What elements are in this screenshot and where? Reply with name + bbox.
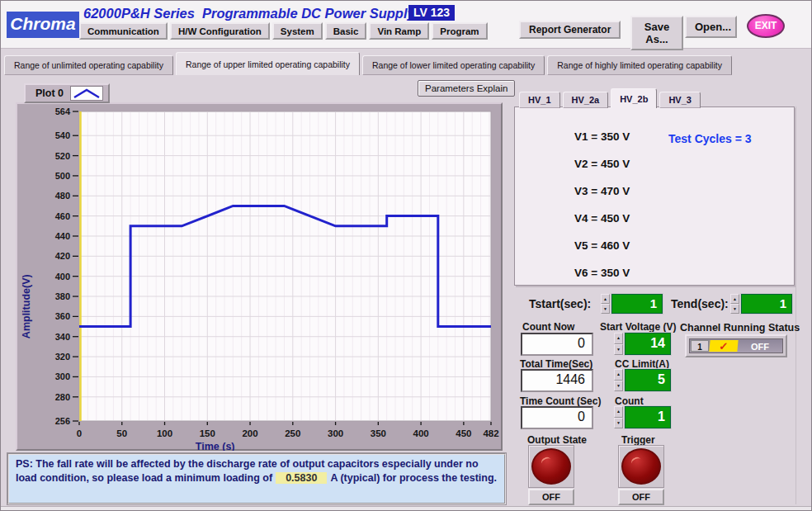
start-voltage-field[interactable]: 14 — [625, 333, 671, 355]
svg-text:460: 460 — [55, 211, 70, 221]
tstart-spinner[interactable]: ▲▼ — [601, 294, 610, 314]
tend-control: ▲▼ 1 — [730, 294, 792, 314]
menu-button-vin-ramp[interactable]: Vin Ramp — [369, 22, 429, 40]
spinner-up-icon[interactable]: ▲ — [614, 369, 623, 381]
spinner-up-icon[interactable]: ▲ — [730, 294, 739, 304]
hv-value-1: V1 = 350 V — [574, 130, 630, 143]
svg-text:350: 350 — [371, 428, 386, 438]
count-now-label: Count Now — [522, 321, 574, 333]
menu-button-basic[interactable]: Basic — [325, 22, 367, 40]
spinner-down-icon[interactable]: ▼ — [614, 418, 623, 429]
tab-hv-2a[interactable]: HV_2a — [563, 92, 609, 108]
count-control: ▲▼ 1 — [614, 406, 671, 428]
tend-spinner[interactable]: ▲▼ — [730, 294, 739, 314]
tab-range-of-highly-limited-operating-capability[interactable]: Range of highly limited operating capabi… — [547, 55, 732, 75]
tstart-label: Tstart(sec): — [529, 297, 591, 310]
count-field[interactable]: 1 — [625, 406, 671, 428]
hv-panel-body: V1 = 350 VV2 = 450 VV3 = 470 VV4 = 450 V… — [514, 106, 795, 286]
svg-text:480: 480 — [55, 191, 70, 201]
trigger-label: Trigger — [621, 434, 655, 446]
channel-status-value: OFF — [738, 339, 782, 352]
spinner-up-icon[interactable]: ▲ — [614, 333, 623, 344]
hv-value-3: V3 = 470 V — [574, 185, 630, 197]
svg-text:Amplitude(V): Amplitude(V) — [21, 274, 32, 338]
trigger-off-button[interactable]: OFF — [618, 489, 664, 505]
menu-button-h-w-configuration[interactable]: H/W Configuration — [170, 22, 270, 40]
svg-text:250: 250 — [285, 428, 300, 438]
menu-button-system[interactable]: System — [272, 22, 323, 40]
app-window: Chroma 62000P&H Series Programmable DC P… — [0, 0, 812, 511]
exit-button[interactable]: EXIT — [747, 14, 785, 38]
save-as-button[interactable]: Save As... — [630, 16, 683, 50]
test-cycles-label: Test Cycles = 3 — [668, 132, 752, 145]
header: Chroma 62000P&H Series Programmable DC P… — [1, 1, 812, 49]
spinner-down-icon[interactable]: ▼ — [601, 304, 610, 314]
svg-text:150: 150 — [200, 428, 215, 438]
tab-range-of-lower-limited-operating-capability[interactable]: Range of lower limited operating capabil… — [362, 55, 545, 75]
spinner-up-icon[interactable]: ▲ — [601, 294, 610, 304]
svg-text:400: 400 — [413, 428, 429, 438]
plot-line-icon — [70, 86, 103, 101]
total-time-field[interactable]: 1446 — [521, 369, 593, 392]
channel-running-status-label: Channel Running Status — [680, 322, 800, 334]
plot-legend[interactable]: Plot 0 — [24, 83, 110, 103]
ps-note: PS: The fall rate will be affected by th… — [7, 453, 506, 504]
chroma-logo: Chroma — [7, 12, 79, 38]
tab-hv-2b[interactable]: HV_2b — [611, 88, 657, 108]
tend-field[interactable]: 1 — [741, 294, 792, 314]
right-divider — [795, 106, 796, 504]
spinner-down-icon[interactable]: ▼ — [614, 344, 623, 356]
svg-text:Time (s): Time (s) — [196, 441, 235, 451]
check-icon: ✓ — [709, 340, 738, 352]
parameters-explain-button[interactable]: Parameters Explain — [418, 80, 515, 97]
svg-text:360: 360 — [55, 311, 70, 321]
tab-hv-3[interactable]: HV_3 — [659, 92, 701, 108]
svg-text:500: 500 — [55, 171, 70, 181]
lv-version-badge: LV 123 — [408, 5, 455, 21]
open-button[interactable]: Open... — [685, 16, 737, 38]
svg-text:450: 450 — [456, 428, 471, 438]
report-generator-button[interactable]: Report Generator — [519, 21, 621, 39]
svg-text:300: 300 — [55, 371, 70, 381]
tstart-control: ▲▼ 1 — [601, 294, 663, 314]
cc-limit-spinner[interactable]: ▲▼ — [614, 369, 623, 391]
spinner-up-icon[interactable]: ▲ — [614, 406, 623, 418]
window-bottom-edge — [1, 506, 812, 511]
total-time-label: Total Time(Sec) — [520, 358, 592, 370]
svg-text:400: 400 — [55, 272, 70, 282]
count-spinner[interactable]: ▲▼ — [614, 406, 623, 428]
trigger-knob-icon[interactable] — [621, 448, 661, 485]
tab-hv-1[interactable]: HV_1 — [519, 92, 560, 108]
count-now-field[interactable]: 0 — [521, 333, 593, 356]
svg-text:564: 564 — [55, 106, 71, 116]
svg-text:320: 320 — [55, 352, 70, 362]
channel-running-status-control[interactable]: 1 ✓ OFF — [685, 334, 787, 357]
tstart-field[interactable]: 1 — [611, 294, 663, 314]
menu-button-program[interactable]: Program — [432, 22, 487, 40]
trigger-control: OFF — [618, 445, 664, 505]
spinner-down-icon[interactable]: ▼ — [730, 304, 739, 314]
start-voltage-spinner[interactable]: ▲▼ — [614, 333, 623, 355]
svg-text:340: 340 — [55, 332, 70, 342]
output-state-knob-icon[interactable] — [531, 448, 571, 485]
spinner-down-icon[interactable]: ▼ — [614, 381, 623, 392]
svg-text:0: 0 — [77, 428, 82, 438]
output-state-off-button[interactable]: OFF — [528, 489, 574, 505]
hv-value-4: V4 = 450 V — [574, 212, 630, 225]
tab-range-of-upper-limited-operating-capability[interactable]: Range of upper limited operating capabil… — [176, 52, 360, 75]
menu-button-communication[interactable]: Communication — [79, 22, 168, 40]
svg-text:440: 440 — [55, 231, 70, 241]
output-state-label: Output State — [527, 434, 587, 446]
svg-text:540: 540 — [55, 130, 70, 140]
time-count-field[interactable]: 0 — [521, 406, 593, 429]
menu-bar: CommunicationH/W ConfigurationSystemBasi… — [79, 22, 488, 40]
cc-limit-field[interactable]: 5 — [625, 369, 671, 391]
hv-tab-bar: HV_1HV_2aHV_2bHV_3 — [519, 88, 703, 108]
cc-limit-control: ▲▼ 5 — [614, 369, 671, 391]
tab-range-of-unlimited-operating-capability[interactable]: Range of unlimited operating capability — [4, 55, 173, 75]
output-state-knob-face — [528, 445, 574, 488]
svg-text:380: 380 — [55, 291, 70, 301]
svg-text:300: 300 — [328, 428, 343, 438]
svg-text:482: 482 — [483, 428, 498, 438]
note-highlight-value: 0.5830 — [276, 472, 327, 484]
